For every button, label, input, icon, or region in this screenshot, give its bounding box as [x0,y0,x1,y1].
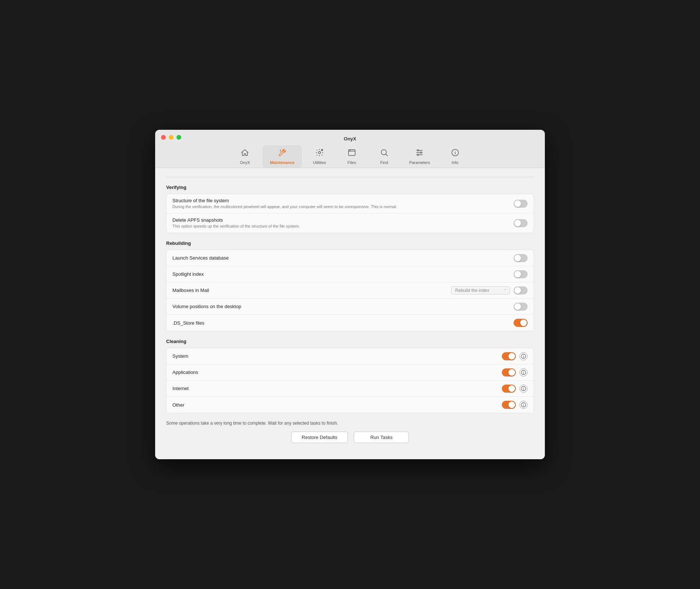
applications-toggle[interactable] [502,368,516,376]
apfs-label: Delete APFS snapshots [172,217,508,223]
content-area: Verifying Structure of the file system D… [155,168,545,460]
applications-info-icon[interactable] [519,368,528,376]
launch-services-row: Launch Services database [167,250,533,266]
verifying-section-title: Verifying [166,185,534,190]
system-info-icon[interactable] [519,352,528,360]
internet-controls [502,385,528,393]
window-title: OnyX [161,136,539,142]
volume-toggle[interactable] [514,303,528,311]
volume-label: Volume positions on the desktop [172,304,508,309]
svg-point-2 [321,149,323,151]
svg-point-6 [420,152,422,153]
tab-maintenance-label: Maintenance [270,160,294,165]
svg-point-4 [381,150,386,155]
dsstore-label: .DS_Store files [172,320,508,326]
other-label: Other [172,402,496,408]
tab-files-label: Files [347,160,356,165]
mailboxes-dropdown-wrapper: Rebuild the index [451,286,510,294]
svg-point-7 [417,154,419,156]
other-controls [502,401,528,409]
dsstore-controls [514,319,528,327]
filesystem-row: Structure of the file system During the … [167,194,533,214]
spotlight-label: Spotlight index [172,271,508,277]
apfs-toggle[interactable] [514,219,528,227]
spotlight-row: Spotlight index [167,266,533,282]
internet-toggle[interactable] [502,385,516,393]
svg-rect-3 [349,150,355,156]
cleaning-card: System Applications [166,348,534,413]
spotlight-toggle[interactable] [514,270,528,278]
filesystem-controls [514,200,528,208]
applications-content: Applications [172,370,496,375]
spotlight-content: Spotlight index [172,271,508,277]
rebuilding-section-title: Rebuilding [166,240,534,246]
tab-utilities[interactable]: Utilities [305,145,334,168]
restore-defaults-button[interactable]: Restore Defaults [291,432,348,443]
toolbar: OnyX Maintenance [161,142,539,168]
find-icon [380,148,389,159]
other-row: Other [167,397,533,413]
volume-controls [514,303,528,311]
utilities-icon [315,148,324,159]
apfs-row: Delete APFS snapshots This option speeds… [167,214,533,233]
apfs-content: Delete APFS snapshots This option speeds… [172,217,508,229]
applications-row: Applications [167,364,533,381]
maximize-button[interactable] [176,135,181,140]
mailboxes-toggle[interactable] [514,286,528,294]
internet-content: Internet [172,386,496,391]
launch-services-toggle[interactable] [514,254,528,262]
maintenance-icon [278,148,287,159]
run-tasks-button[interactable]: Run Tasks [354,432,409,443]
system-label: System [172,353,496,359]
tab-find-label: Find [380,160,388,165]
tab-onyx[interactable]: OnyX [230,145,260,168]
close-button[interactable] [161,135,166,140]
other-info-icon[interactable] [519,401,528,409]
system-content: System [172,353,496,359]
applications-label: Applications [172,370,496,375]
other-toggle[interactable] [502,401,516,409]
rebuilding-card: Launch Services database Spotlight index… [166,250,534,331]
svg-point-0 [284,150,285,151]
internet-label: Internet [172,386,496,391]
app-window: OnyX OnyX [155,130,545,460]
mailboxes-dropdown[interactable]: Rebuild the index [451,286,510,294]
dsstore-content: .DS_Store files [172,320,508,326]
cleaning-section-title: Cleaning [166,339,534,344]
tab-onyx-label: OnyX [240,160,250,165]
minimize-button[interactable] [169,135,174,140]
volume-content: Volume positions on the desktop [172,304,508,309]
tab-info[interactable]: Info [440,145,470,168]
applications-controls [502,368,528,376]
other-content: Other [172,402,496,408]
launch-services-content: Launch Services database [172,255,508,261]
parameters-icon [415,148,424,159]
svg-point-5 [417,150,419,151]
footer-note: Some operations take a very long time to… [166,421,534,426]
launch-services-label: Launch Services database [172,255,508,261]
dsstore-row: .DS_Store files [167,315,533,331]
footer-buttons: Restore Defaults Run Tasks [166,432,534,450]
internet-info-icon[interactable] [519,385,528,393]
tab-find[interactable]: Find [369,145,399,168]
mailboxes-label: Mailboxes in Mail [172,288,445,293]
tab-info-label: Info [452,160,458,165]
home-icon [240,148,249,159]
verifying-card: Structure of the file system During the … [166,194,534,233]
filesystem-desc: During the verification, the multicolore… [172,204,508,210]
dsstore-toggle[interactable] [514,319,528,327]
launch-services-controls [514,254,528,262]
apfs-controls [514,219,528,227]
tab-maintenance[interactable]: Maintenance [262,145,302,168]
mailboxes-controls: Rebuild the index [451,286,528,294]
spotlight-controls [514,270,528,278]
tab-files[interactable]: Files [337,145,367,168]
tab-parameters[interactable]: Parameters [402,145,438,168]
system-toggle[interactable] [502,352,516,360]
tab-utilities-label: Utilities [313,160,326,165]
filesystem-toggle[interactable] [514,200,528,208]
mailboxes-content: Mailboxes in Mail [172,288,445,293]
toolbar-divider [166,177,534,177]
system-row: System [167,348,533,364]
internet-row: Internet [167,381,533,397]
